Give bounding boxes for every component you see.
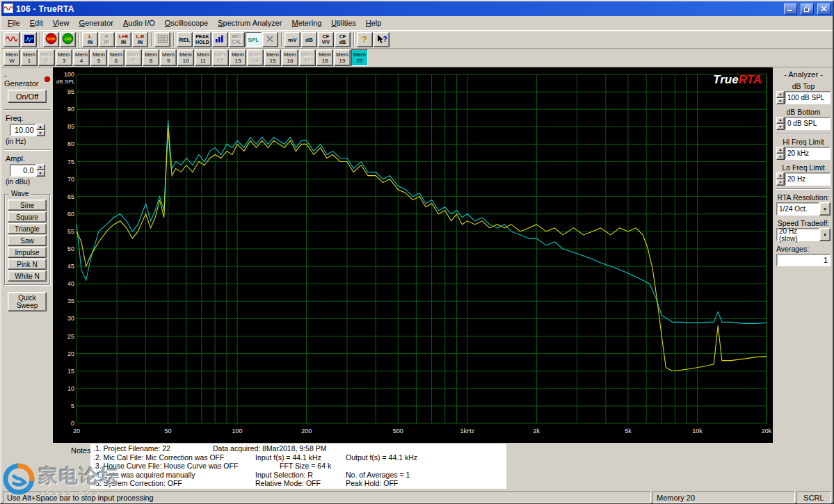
- wave-group: Wave SineSquareTriangleSawImpulsePink NW…: [4, 194, 50, 285]
- restore-button[interactable]: [801, 3, 814, 15]
- mem-6-button[interactable]: Mem6: [108, 49, 125, 66]
- generator-onoff-button[interactable]: On/Off: [8, 90, 47, 103]
- bar-display-button[interactable]: [212, 32, 228, 47]
- wave-white-n-button[interactable]: White N: [8, 270, 47, 282]
- lo-freq-down-button[interactable]: ▼: [776, 179, 785, 186]
- analyzer-display-button[interactable]: [21, 32, 37, 47]
- speed-tradeoff-dropdown-arrow[interactable]: ▼: [819, 228, 831, 241]
- ampl-up-button[interactable]: ▲: [36, 164, 45, 170]
- svg-text:20: 20: [73, 428, 80, 434]
- svg-text:200: 200: [301, 428, 312, 434]
- title-bar[interactable]: 106 - TrueRTA: [1, 1, 833, 16]
- mem-19-button[interactable]: Mem19: [334, 49, 351, 66]
- note-cell: .1. Project Filename: 22: [93, 444, 170, 453]
- db-top-up-button[interactable]: ▲: [776, 91, 785, 98]
- freq-input[interactable]: [10, 124, 36, 136]
- logo-true: True: [713, 73, 739, 86]
- hi-freq-up-button[interactable]: ▲: [776, 147, 785, 154]
- menu-file[interactable]: File: [3, 17, 25, 30]
- lo-freq-field[interactable]: 20 Hz: [785, 172, 831, 186]
- mem-w-button[interactable]: MemW: [3, 49, 20, 66]
- spl-mode-button[interactable]: SPL: [246, 32, 262, 47]
- svg-text:500: 500: [393, 428, 403, 434]
- menu-oscilloscope[interactable]: Oscilloscope: [160, 17, 213, 30]
- rta-resolution-dropdown-arrow[interactable]: ▼: [819, 202, 831, 216]
- menu-edit[interactable]: Edit: [25, 17, 48, 30]
- mem-9-button[interactable]: Mem9: [160, 49, 177, 66]
- db-bottom-up-button[interactable]: ▲: [776, 117, 785, 124]
- mem-11-button[interactable]: Mem11: [195, 49, 211, 66]
- svg-text:80: 80: [67, 140, 74, 147]
- hi-freq-field[interactable]: 20 kHz: [785, 147, 831, 160]
- peak-hold-button[interactable]: PEAKHOLD: [193, 32, 211, 47]
- mem-10-button[interactable]: Mem10: [177, 49, 194, 66]
- menu-audio-i-o[interactable]: Audio I/O: [118, 17, 160, 30]
- input-left-button[interactable]: LIN: [82, 32, 98, 47]
- note-cell: Peak Hold: OFF: [346, 479, 398, 487]
- wave-pink-n-button[interactable]: Pink N: [8, 259, 47, 270]
- mem-20-button[interactable]: Mem20: [351, 49, 368, 66]
- wave-square-button[interactable]: Square: [8, 211, 47, 222]
- menu-view[interactable]: View: [48, 17, 74, 30]
- mem-3-button[interactable]: Mem3: [56, 49, 72, 66]
- svg-text:10k: 10k: [692, 428, 703, 434]
- db-top-field[interactable]: 100 dB SPL: [785, 91, 831, 104]
- menu-metering[interactable]: Metering: [287, 17, 327, 30]
- speed-tradeoff-dropdown[interactable]: 20 Hz (slow) ▼: [776, 228, 831, 241]
- generator-title: - Generator: [4, 71, 42, 88]
- mem-13-button[interactable]: Mem13: [230, 49, 246, 66]
- mem-4-button[interactable]: Mem4: [73, 49, 90, 66]
- mem-18-button[interactable]: Mem18: [316, 49, 333, 66]
- menu-help[interactable]: Help: [361, 17, 387, 30]
- hi-freq-label: Hi Freq Limit: [776, 138, 831, 146]
- db-top-down-button[interactable]: ▼: [776, 98, 785, 105]
- mem-1-button[interactable]: Mem1: [21, 49, 38, 66]
- wave-sine-button[interactable]: Sine: [8, 200, 47, 211]
- go-button[interactable]: GO: [60, 32, 76, 47]
- mem-8-button[interactable]: Mem8: [143, 49, 159, 66]
- context-help-button[interactable]: ?: [374, 32, 390, 47]
- close-button[interactable]: [817, 3, 831, 15]
- db-top-control: ▲▼ 100 dB SPL: [776, 91, 831, 104]
- crest-factor-db-button[interactable]: CFdB: [335, 32, 351, 47]
- db-bottom-label: dB Bottom: [776, 108, 831, 116]
- mem-5-button[interactable]: Mem5: [90, 49, 107, 66]
- quick-sweep-button[interactable]: Quick Sweep: [8, 292, 47, 311]
- ampl-spinbox: ▲ ▼: [10, 164, 45, 177]
- input-l-plus-r-button[interactable]: L+RIN: [115, 32, 131, 47]
- wave-saw-button[interactable]: Saw: [8, 235, 47, 246]
- crest-factor-vv-button[interactable]: CFV/V: [318, 32, 334, 47]
- wave-triangle-button[interactable]: Triangle: [8, 223, 47, 234]
- rta-resolution-dropdown[interactable]: 1/24 Oct. ▼: [776, 202, 831, 216]
- generator-wave-button[interactable]: [3, 32, 20, 47]
- svg-text:55: 55: [67, 228, 74, 235]
- freq-up-button[interactable]: ▲: [36, 124, 45, 130]
- freq-down-button[interactable]: ▼: [36, 130, 45, 136]
- stop-button[interactable]: STOP: [43, 32, 59, 47]
- db-bottom-field[interactable]: 0 dB SPL: [785, 117, 831, 130]
- hi-freq-down-button[interactable]: ▼: [776, 154, 785, 161]
- menu-generator[interactable]: Generator: [74, 17, 118, 30]
- note-cell: Relative Mode: OFF: [255, 479, 321, 487]
- units-db-button[interactable]: dB: [301, 32, 317, 47]
- svg-text:100: 100: [232, 428, 243, 434]
- ampl-input[interactable]: [10, 164, 36, 177]
- status-scroll-lock: SCRL: [796, 491, 831, 503]
- units-mv-button[interactable]: mV: [284, 32, 300, 47]
- averages-input[interactable]: [776, 254, 831, 266]
- help-button[interactable]: ?: [357, 32, 373, 47]
- svg-text:25: 25: [67, 333, 74, 340]
- svg-text:?: ?: [383, 35, 387, 43]
- db-bottom-down-button[interactable]: ▼: [776, 124, 785, 131]
- minimize-button[interactable]: [784, 3, 797, 15]
- relative-mode-button[interactable]: REL: [177, 32, 193, 47]
- menu-spectrum-analyzer[interactable]: Spectrum Analyzer: [213, 17, 287, 30]
- menu-utilities[interactable]: Utilities: [326, 17, 360, 30]
- mem-15-button[interactable]: Mem15: [264, 49, 281, 66]
- lo-freq-up-button[interactable]: ▲: [776, 172, 785, 179]
- input-l-minus-r-button[interactable]: L-RIN: [132, 32, 148, 47]
- rta-resolution-value: 1/24 Oct.: [776, 202, 819, 216]
- wave-impulse-button[interactable]: Impulse: [8, 247, 47, 258]
- ampl-down-button[interactable]: ▼: [36, 170, 45, 177]
- mem-16-button[interactable]: Mem16: [282, 49, 298, 66]
